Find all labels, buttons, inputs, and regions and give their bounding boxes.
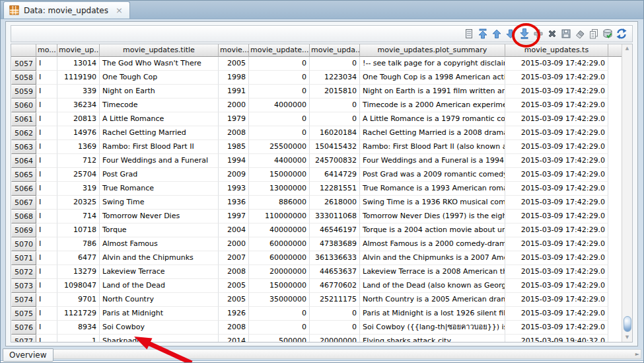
column-header[interactable]: movie_updates.ts <box>505 44 608 57</box>
cell[interactable]: 2015-03-09 17:42:29.0 <box>505 85 608 99</box>
cell[interactable]: 1121729 <box>57 307 100 321</box>
cell[interactable]: 1926 <box>219 307 249 321</box>
cell[interactable]: 25211175 <box>310 293 360 307</box>
cell[interactable]: A Little Romance is a 1979 romantic com <box>360 112 505 126</box>
cell[interactable]: Rachel Getting Married is a 2008 drama f <box>360 126 505 140</box>
cell[interactable]: 35000000 <box>249 293 310 307</box>
cell[interactable]: 16020184 <box>310 126 360 140</box>
cell[interactable]: 36234 <box>57 99 100 112</box>
insert-row-button[interactable] <box>531 26 545 41</box>
tab-overview[interactable]: Overview <box>3 348 54 362</box>
cell[interactable]: I <box>36 210 57 223</box>
cell[interactable]: Swing Time is a 1936 RKO musical comed <box>360 196 505 210</box>
cell[interactable]: I <box>36 99 57 112</box>
cell[interactable]: 1985 <box>219 140 249 154</box>
cell[interactable]: Four Weddings and a Funeral is a 1994 Br <box>360 154 505 168</box>
row-number[interactable]: 5060 <box>11 99 36 112</box>
cell[interactable]: 0 <box>249 307 310 321</box>
row-number[interactable]: 5057 <box>11 57 36 71</box>
row-number[interactable]: 5058 <box>11 71 36 85</box>
cell[interactable]: Post Grad <box>100 168 219 182</box>
cell[interactable]: 6414729 <box>310 168 360 182</box>
cell[interactable]: 500000 <box>249 335 310 342</box>
column-header[interactable]: mo... <box>36 44 57 57</box>
cell[interactable]: 2015-03-09 17:42:29.0 <box>505 210 608 223</box>
cell[interactable]: Lakeview Terrace <box>100 265 219 279</box>
cell[interactable]: 2005 <box>219 57 249 71</box>
row-number[interactable]: 5064 <box>11 154 36 168</box>
cell[interactable]: 12281551 <box>310 182 360 196</box>
cell[interactable]: 60000000 <box>249 237 310 251</box>
cell[interactable]: 2000 <box>219 99 249 112</box>
row-number[interactable]: 5070 <box>11 237 36 251</box>
row-number[interactable]: 5063 <box>11 140 36 154</box>
row-number[interactable]: 5069 <box>11 223 36 237</box>
cell[interactable]: 1223034 <box>310 71 360 85</box>
cell[interactable]: 2618000 <box>310 196 360 210</box>
row-number[interactable]: 5072 <box>11 265 36 279</box>
cell[interactable]: 0 <box>249 126 310 140</box>
cell[interactable]: 2015-03-09 17:42:29.0 <box>505 279 608 293</box>
cell[interactable]: 1997 <box>219 210 249 223</box>
column-header[interactable]: movie_update... <box>249 44 310 57</box>
single-record-view-button[interactable] <box>462 26 476 41</box>
column-header[interactable]: movie_updates.plot_summary <box>360 44 505 57</box>
cell[interactable]: 2015-03-09 17:42:29.0 <box>505 57 608 71</box>
refresh-button[interactable] <box>614 26 628 41</box>
cell[interactable]: Torque <box>100 223 219 237</box>
cell[interactable]: 2000 <box>219 237 249 251</box>
cell[interactable]: 14976 <box>57 126 100 140</box>
cell[interactable]: 4400000 <box>249 154 310 168</box>
cell[interactable]: 8934 <box>57 321 100 335</box>
cell[interactable]: 15000000 <box>249 168 310 182</box>
row-number[interactable]: 5067 <box>11 196 36 210</box>
cell[interactable]: 2004 <box>219 223 249 237</box>
row-number[interactable]: 5077 <box>11 335 36 342</box>
row-number[interactable]: 5062 <box>11 126 36 140</box>
cell[interactable]: 319 <box>57 182 100 196</box>
cell[interactable]: 1993 <box>219 182 249 196</box>
cell[interactable]: Land of the Dead (also known as George. <box>360 279 505 293</box>
row-number[interactable]: 5074 <box>11 293 36 307</box>
cell[interactable]: I <box>36 196 57 210</box>
vertical-scrollbar[interactable]: ▲ ▼ <box>622 44 632 342</box>
cell[interactable]: 2005 <box>219 279 249 293</box>
cell[interactable]: 2015-03-09 17:42:29.0 <box>505 168 608 182</box>
cell[interactable]: North Country <box>100 293 219 307</box>
cell[interactable]: 47383689 <box>310 237 360 251</box>
cell[interactable]: Night on Earth <box>100 85 219 99</box>
vertical-scrollbar-thumb[interactable] <box>624 316 631 332</box>
cell[interactable]: I <box>36 307 57 321</box>
cell[interactable]: 1991 <box>219 85 249 99</box>
cell[interactable]: Rambo: First Blood Part II (also known a… <box>360 140 505 154</box>
cell[interactable]: 1098047 <box>57 279 100 293</box>
cell[interactable]: I <box>36 112 57 126</box>
cell[interactable]: A Little Romance <box>100 112 219 126</box>
cell[interactable]: 2007 <box>219 251 249 265</box>
cell[interactable]: 0 <box>310 57 360 71</box>
cell[interactable]: Sharknado <box>100 335 219 342</box>
cell[interactable]: Flying sharks attack city <box>360 335 505 342</box>
cell[interactable]: 2015-03-09 17:42:29.0 <box>505 293 608 307</box>
cell[interactable]: 20813 <box>57 112 100 126</box>
cell[interactable]: I <box>36 237 57 251</box>
scroll-down-icon[interactable]: ▼ <box>622 333 632 342</box>
row-number[interactable]: 5073 <box>11 279 36 293</box>
cell[interactable]: 333011068 <box>310 210 360 223</box>
column-header[interactable]: movie_up... <box>57 44 100 57</box>
cell[interactable]: I <box>36 279 57 293</box>
cell[interactable]: 786 <box>57 237 100 251</box>
cell[interactable]: 10718 <box>57 223 100 237</box>
cell[interactable]: Torque is a 2004 action movie about unc <box>360 223 505 237</box>
cell[interactable]: 2014 <box>219 335 249 342</box>
row-number[interactable]: 5066 <box>11 182 36 196</box>
cell[interactable]: 2009 <box>219 168 249 182</box>
cell[interactable]: Rambo: First Blood Part II <box>100 140 219 154</box>
cell[interactable]: Almost Famous is a 2000 comedy-drama <box>360 237 505 251</box>
row-number[interactable]: 5065 <box>11 168 36 182</box>
cell[interactable]: 886000 <box>249 196 310 210</box>
cell[interactable]: 0 <box>310 112 360 126</box>
cell[interactable]: 60000000 <box>249 251 310 265</box>
cell[interactable]: 2015-03-09 17:42:29.0 <box>505 321 608 335</box>
go-to-previous-row-button[interactable] <box>489 26 503 41</box>
